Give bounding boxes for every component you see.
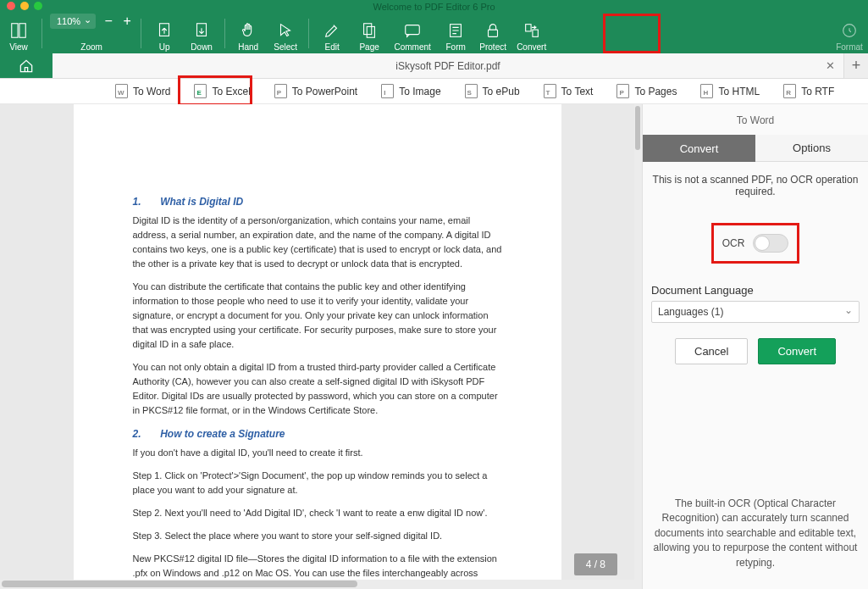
edit-icon xyxy=(323,21,341,40)
window-title: Welcome to PDF Editor 6 Pro xyxy=(373,2,495,12)
cancel-button[interactable]: Cancel xyxy=(675,338,748,364)
to-pages-button[interactable]: PTo Pages xyxy=(611,81,682,101)
comment-icon xyxy=(403,21,422,40)
separator xyxy=(41,19,42,48)
scrollbar-thumb[interactable] xyxy=(2,581,357,587)
up-button[interactable]: Up xyxy=(146,14,183,53)
page-icon xyxy=(360,21,379,40)
rtf-icon: R xyxy=(783,84,796,98)
paragraph: Step 3. Select the place where you want … xyxy=(133,529,502,543)
hand-button[interactable]: Hand xyxy=(229,14,267,53)
select-button[interactable]: Select xyxy=(267,14,304,53)
to-word-button[interactable]: WTo Word xyxy=(110,81,175,101)
to-text-button[interactable]: TTo Text xyxy=(539,81,599,101)
excel-icon: E xyxy=(194,84,207,98)
close-window-button[interactable] xyxy=(7,2,15,10)
page-counter: 4 / 8 xyxy=(574,553,617,575)
svg-rect-1 xyxy=(19,24,25,38)
svg-rect-10 xyxy=(533,30,538,36)
document-tab-title: iSkysoft PDF Editor.pdf xyxy=(395,60,500,72)
edit-button[interactable]: Edit xyxy=(313,14,351,53)
convert-subtoolbar: WTo Word ETo Excel PTo PowerPoint ITo Im… xyxy=(0,79,868,104)
paragraph: Digital ID is the identity of a person/o… xyxy=(133,214,502,271)
svg-rect-0 xyxy=(12,24,18,38)
down-button[interactable]: Down xyxy=(183,14,220,53)
zoom-group: 110% − + Zoom xyxy=(47,14,136,53)
document-viewport[interactable]: 1. What is Digital ID Digital ID is the … xyxy=(0,104,634,589)
view-icon xyxy=(9,21,28,40)
up-icon xyxy=(155,21,174,40)
view-label: View xyxy=(9,42,28,52)
svg-rect-6 xyxy=(406,25,420,35)
hand-icon xyxy=(239,21,257,40)
toolbar-spacer xyxy=(551,14,831,53)
paragraph: If you don't have a digital ID, you'll n… xyxy=(133,446,502,460)
window-titlebar: Welcome to PDF Editor 6 Pro xyxy=(0,0,868,14)
html-icon: H xyxy=(700,84,713,98)
main-toolbar: View 110% − + Zoom Up Down Hand Select E… xyxy=(0,14,868,53)
ocr-notice: This is not a scanned PDF, no OCR operat… xyxy=(651,174,860,197)
pdf-page: 1. What is Digital ID Digital ID is the … xyxy=(74,104,561,589)
toggle-knob xyxy=(755,236,770,251)
fullscreen-window-button[interactable] xyxy=(34,2,42,10)
document-tab[interactable]: iSkysoft PDF Editor.pdf ✕ xyxy=(53,53,844,78)
svg-rect-4 xyxy=(364,24,372,35)
vertical-scrollbar[interactable] xyxy=(634,104,642,589)
tab-bar: iSkysoft PDF Editor.pdf ✕ + xyxy=(0,53,868,79)
ocr-toggle[interactable] xyxy=(753,234,788,253)
comment-button[interactable]: Comment xyxy=(388,14,437,53)
convert-action-button[interactable]: Convert xyxy=(758,338,836,364)
language-select[interactable]: Languages (1) xyxy=(651,301,860,323)
scrollbar-thumb[interactable] xyxy=(635,106,640,150)
page-button[interactable]: Page xyxy=(351,14,388,53)
side-panel-body: This is not a scanned PDF, no OCR operat… xyxy=(643,162,868,376)
down-icon xyxy=(192,21,211,40)
tab-options[interactable]: Options xyxy=(755,135,868,162)
zoom-select[interactable]: 110% xyxy=(50,14,96,29)
view-button[interactable]: View xyxy=(0,14,37,53)
paragraph: Step 2. Next you'll need to 'Add Digital… xyxy=(133,506,502,520)
home-button[interactable] xyxy=(0,53,53,78)
home-icon xyxy=(18,58,35,75)
convert-button[interactable]: Convert xyxy=(511,14,551,53)
zoom-label: Zoom xyxy=(47,42,136,52)
format-button[interactable]: Format xyxy=(831,14,868,53)
to-image-button[interactable]: ITo Image xyxy=(376,81,445,101)
ocr-row: OCR xyxy=(651,223,860,264)
epub-icon: S xyxy=(465,84,478,98)
protect-button[interactable]: Protect xyxy=(474,14,511,53)
svg-rect-9 xyxy=(525,25,530,31)
ppt-icon: P xyxy=(274,84,287,98)
zoom-out-button[interactable]: − xyxy=(102,14,114,29)
language-label: Document Language xyxy=(651,284,860,297)
convert-icon xyxy=(522,21,541,40)
minimize-window-button[interactable] xyxy=(20,2,29,10)
zoom-in-button[interactable]: + xyxy=(121,14,133,29)
ocr-label: OCR xyxy=(722,237,745,249)
to-excel-button[interactable]: ETo Excel xyxy=(189,81,255,101)
paragraph: You can not only obtain a digital ID fro… xyxy=(133,360,502,418)
to-epub-button[interactable]: STo ePub xyxy=(460,81,525,101)
to-powerpoint-button[interactable]: PTo PowerPoint xyxy=(269,81,362,101)
convert-side-panel: To Word Convert Options This is not a sc… xyxy=(642,104,868,589)
horizontal-scrollbar[interactable] xyxy=(0,580,634,589)
pages-icon: P xyxy=(616,84,629,98)
word-icon: W xyxy=(115,84,128,98)
tab-convert[interactable]: Convert xyxy=(643,135,755,162)
side-panel-title: To Word xyxy=(643,104,868,135)
new-tab-button[interactable]: + xyxy=(844,53,868,78)
form-button[interactable]: Form xyxy=(437,14,474,53)
format-icon xyxy=(840,21,859,40)
separator xyxy=(224,19,225,48)
separator xyxy=(308,19,309,48)
form-icon xyxy=(446,21,465,40)
select-icon xyxy=(276,21,295,40)
to-html-button[interactable]: HTo HTML xyxy=(695,81,765,101)
separator xyxy=(141,19,141,48)
svg-rect-5 xyxy=(367,26,374,37)
close-tab-button[interactable]: ✕ xyxy=(826,59,835,72)
svg-rect-8 xyxy=(489,30,498,36)
to-rtf-button[interactable]: RTo RTF xyxy=(778,81,839,101)
side-panel-tabs: Convert Options xyxy=(643,135,868,162)
lock-icon xyxy=(484,21,502,40)
